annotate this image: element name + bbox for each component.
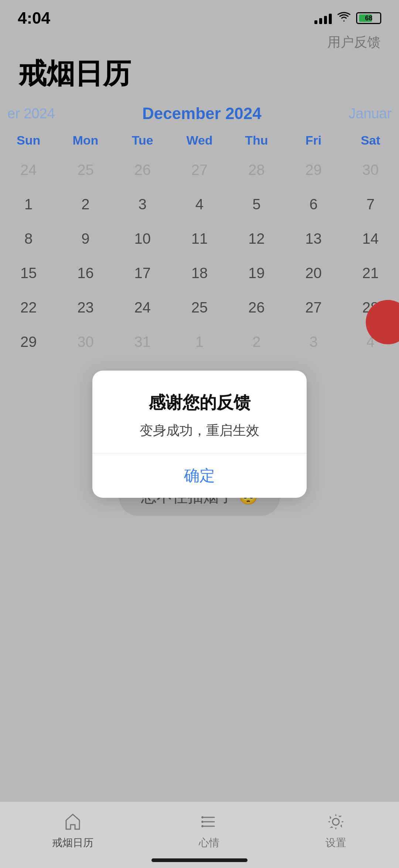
- dialog-message: 变身成功，重启生效: [107, 422, 292, 440]
- dialog: 感谢您的反馈 变身成功，重启生效 确定: [92, 371, 307, 498]
- dialog-body: 感谢您的反馈 变身成功，重启生效: [92, 371, 307, 453]
- dialog-overlay: 感谢您的反馈 变身成功，重启生效 确定: [0, 0, 399, 868]
- dialog-actions: 确定: [92, 453, 307, 498]
- dialog-title: 感谢您的反馈: [107, 391, 292, 414]
- dialog-confirm-button[interactable]: 确定: [92, 453, 307, 498]
